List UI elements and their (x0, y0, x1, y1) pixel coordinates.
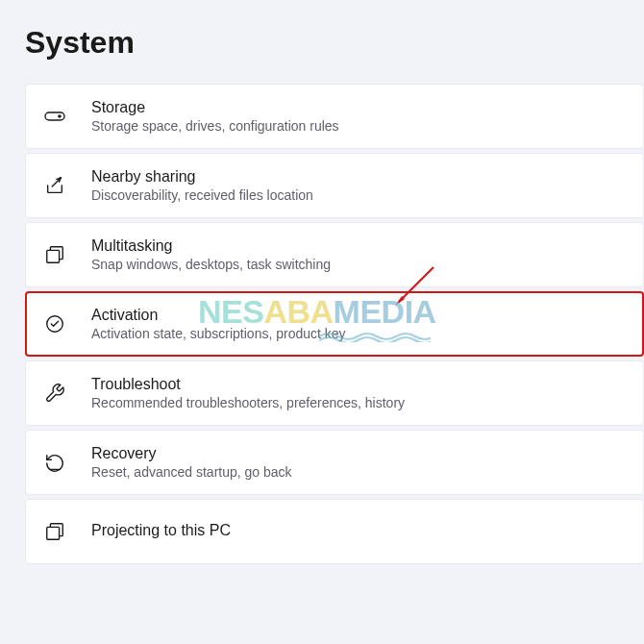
card-title: Storage (91, 99, 339, 116)
card-subtitle: Snap windows, desktops, task switching (91, 257, 331, 272)
card-title: Troubleshoot (91, 376, 405, 393)
card-subtitle: Storage space, drives, configuration rul… (91, 118, 339, 134)
svg-rect-0 (45, 112, 64, 120)
card-subtitle: Discoverability, received files location (91, 187, 313, 203)
card-title: Nearby sharing (91, 168, 313, 186)
card-title: Projecting to this PC (91, 522, 231, 539)
share-icon (43, 174, 66, 197)
troubleshoot-icon (43, 382, 66, 405)
page-title: System (0, 0, 644, 84)
card-subtitle: Recommended troubleshooters, preferences… (91, 395, 405, 410)
svg-rect-2 (47, 250, 60, 262)
activation-icon (43, 312, 66, 335)
card-title: Multitasking (91, 237, 331, 255)
settings-list: Storage Storage space, drives, configura… (0, 84, 644, 564)
settings-item-troubleshoot[interactable]: Troubleshoot Recommended troubleshooters… (25, 360, 644, 426)
projecting-icon (43, 520, 66, 543)
settings-item-nearby-sharing[interactable]: Nearby sharing Discoverability, received… (25, 153, 644, 218)
storage-icon (43, 105, 66, 128)
recovery-icon (43, 451, 66, 474)
settings-item-storage[interactable]: Storage Storage space, drives, configura… (25, 84, 644, 149)
settings-item-projecting[interactable]: Projecting to this PC (25, 499, 644, 564)
multitasking-icon (43, 243, 66, 266)
settings-item-recovery[interactable]: Recovery Reset, advanced startup, go bac… (25, 430, 644, 495)
settings-item-activation[interactable]: Activation Activation state, subscriptio… (25, 291, 644, 357)
svg-rect-4 (47, 527, 60, 539)
card-title: Recovery (91, 445, 292, 462)
svg-point-1 (59, 115, 61, 117)
card-subtitle: Activation state, subscriptions, product… (91, 326, 346, 341)
card-title: Activation (91, 307, 346, 324)
card-subtitle: Reset, advanced startup, go back (91, 464, 292, 480)
settings-item-multitasking[interactable]: Multitasking Snap windows, desktops, tas… (25, 222, 644, 287)
